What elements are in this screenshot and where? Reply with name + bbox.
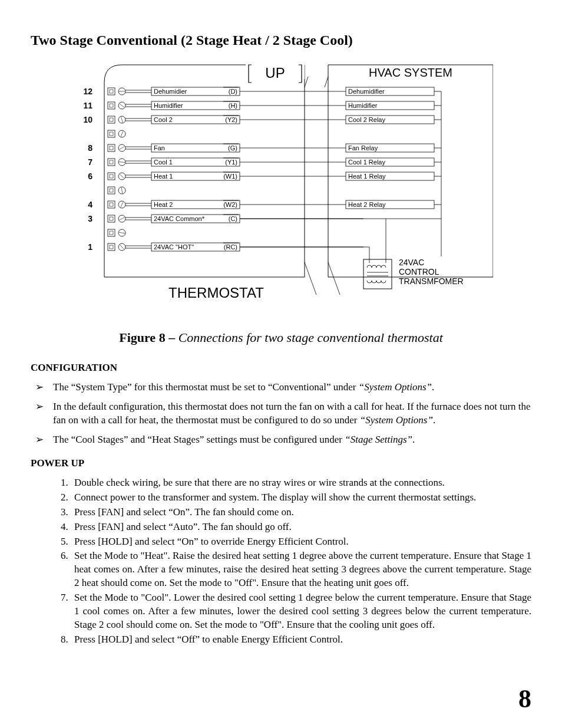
terminal-label-right: Heat 2 Relay bbox=[348, 201, 386, 208]
terminal-label-left: Heat 1 bbox=[154, 173, 173, 180]
terminal-row: 11Humidifier(H)Humidifier bbox=[83, 101, 441, 110]
terminal-label-right: Fan Relay bbox=[348, 144, 378, 151]
terminal-code: (W1) bbox=[223, 173, 237, 180]
svg-rect-94 bbox=[108, 215, 115, 222]
terminal-number: 4 bbox=[88, 200, 92, 209]
svg-rect-20 bbox=[108, 102, 115, 109]
powerup-item: Double check wiring, be sure that there … bbox=[71, 476, 531, 490]
svg-rect-79 bbox=[108, 187, 115, 194]
figure-caption: Figure 8 – Connections for two stage con… bbox=[31, 330, 531, 345]
terminal-number: 7 bbox=[88, 157, 92, 167]
terminal-label-left: Heat 2 bbox=[154, 201, 173, 208]
powerup-item: Press [HOLD] and select “On” to override… bbox=[71, 535, 531, 549]
terminal-code: (G) bbox=[228, 144, 237, 151]
terminal-row: 10Cool 2(Y2)Cool 2 Relay bbox=[83, 115, 441, 124]
terminal-label-left: Cool 1 bbox=[154, 159, 173, 166]
terminal-label-left: Cool 2 bbox=[154, 116, 173, 123]
svg-rect-31 bbox=[108, 116, 115, 123]
terminal-number: 8 bbox=[88, 143, 92, 153]
powerup-item: Set the Mode to "Heat". Raise the desire… bbox=[71, 549, 531, 590]
terminal-label-right: Cool 1 Relay bbox=[348, 159, 385, 166]
terminal-label-left: 24VAC Common* bbox=[154, 215, 205, 222]
terminal-label-right: Humidifier bbox=[348, 102, 378, 109]
terminal-row: 6Heat 1(W1)Heat 1 Relay bbox=[88, 172, 441, 181]
transformer-l3: TRANSMFOMER bbox=[399, 276, 464, 286]
terminal-label-left: 24VAC "HOT" bbox=[154, 243, 194, 251]
terminal-label-left: Humidifier bbox=[154, 102, 183, 109]
terminal-label-left: Fan bbox=[154, 144, 165, 151]
config-list: The “System Type” for this thermostat mu… bbox=[31, 381, 531, 447]
diagram-svg: UP HVAC SYSTEM 12Dehumidier(D)Dehumidifi… bbox=[69, 59, 493, 312]
svg-rect-108 bbox=[108, 243, 115, 251]
config-item: The “System Type” for this thermostat mu… bbox=[35, 381, 531, 394]
thermostat-label: THERMOSTAT bbox=[168, 285, 264, 301]
terminal-row: 8Fan(G)Fan Relay bbox=[88, 143, 441, 153]
figure-caption-italic: Connections for two stage conventional t… bbox=[178, 330, 443, 345]
svg-line-126 bbox=[328, 262, 340, 295]
terminal-code: (C) bbox=[229, 215, 237, 222]
svg-rect-83 bbox=[108, 201, 115, 208]
powerup-item: Press [FAN] and select “Auto”. The fan s… bbox=[71, 521, 531, 534]
terminal-label-left: Dehumidier bbox=[154, 88, 187, 95]
terminal-row bbox=[108, 130, 125, 137]
terminal-code: (Y1) bbox=[225, 159, 237, 166]
powerup-heading: POWER UP bbox=[31, 457, 531, 469]
terminal-code: (Y2) bbox=[225, 116, 237, 123]
terminal-code: (RC) bbox=[224, 243, 237, 251]
config-item: In the default configuration, this therm… bbox=[35, 400, 531, 427]
svg-rect-104 bbox=[108, 229, 115, 236]
terminal-code: (D) bbox=[229, 88, 237, 95]
up-label: UP bbox=[265, 65, 285, 81]
terminal-label-right: Heat 1 Relay bbox=[348, 173, 386, 180]
terminal-code: (W2) bbox=[223, 201, 237, 208]
powerup-list: Double check wiring, be sure that there … bbox=[58, 476, 531, 647]
hvac-label: HVAC SYSTEM bbox=[369, 66, 452, 79]
terminal-rows: 12Dehumidier(D)Dehumidifier11Humidifier(… bbox=[83, 87, 441, 259]
transformer-l1: 24VAC bbox=[399, 258, 424, 267]
config-item: The “Cool Stages” and “Heat Stages” sett… bbox=[35, 433, 531, 447]
terminal-number: 12 bbox=[83, 87, 92, 96]
powerup-item: Connect power to the transformer and sys… bbox=[71, 491, 531, 505]
terminal-number: 1 bbox=[88, 242, 92, 252]
powerup-item: Press [HOLD] and select “Off” to enable … bbox=[71, 633, 531, 647]
terminal-row: 7Cool 1(Y1)Cool 1 Relay bbox=[88, 157, 441, 167]
page-title: Two Stage Conventional (2 Stage Heat / 2… bbox=[31, 32, 531, 48]
terminal-number: 3 bbox=[88, 214, 92, 223]
terminal-number: 10 bbox=[83, 115, 92, 124]
terminal-row: 324VAC Common*(C) bbox=[88, 214, 441, 259]
terminal-code: (H) bbox=[229, 102, 237, 109]
config-heading: CONFIGURATION bbox=[31, 362, 531, 374]
svg-line-125 bbox=[305, 262, 316, 295]
terminal-row: 124VAC "HOT"(RC) bbox=[88, 242, 369, 259]
transformer-l2: CONTROL bbox=[399, 267, 439, 276]
terminal-label-right: Dehumidifier bbox=[348, 88, 385, 95]
terminal-row: 12Dehumidier(D)Dehumidifier bbox=[83, 87, 441, 96]
wiring-diagram: UP HVAC SYSTEM 12Dehumidier(D)Dehumidifi… bbox=[69, 59, 493, 312]
svg-line-123 bbox=[305, 77, 308, 87]
powerup-item: Press [FAN] and select “On”. The fan sho… bbox=[71, 506, 531, 519]
svg-rect-46 bbox=[108, 144, 115, 151]
powerup-item: Set the Mode to "Cool". Lower the desire… bbox=[71, 591, 531, 632]
svg-rect-118 bbox=[363, 259, 392, 289]
terminal-row: 4Heat 2(W2)Heat 2 Relay bbox=[88, 200, 441, 209]
svg-rect-57 bbox=[108, 159, 115, 166]
svg-rect-42 bbox=[108, 130, 115, 137]
terminal-row bbox=[108, 229, 125, 236]
page-number: 8 bbox=[518, 684, 531, 714]
svg-rect-9 bbox=[108, 88, 115, 95]
terminal-row bbox=[108, 187, 125, 194]
terminal-number: 11 bbox=[83, 101, 92, 110]
terminal-number: 6 bbox=[88, 172, 92, 181]
page: Two Stage Conventional (2 Stage Heat / 2… bbox=[0, 0, 562, 728]
transformer-icon bbox=[363, 259, 392, 289]
svg-line-124 bbox=[325, 77, 328, 87]
terminal-label-right: Cool 2 Relay bbox=[348, 116, 385, 123]
svg-rect-68 bbox=[108, 173, 115, 180]
figure-caption-bold: Figure 8 – bbox=[119, 330, 178, 345]
